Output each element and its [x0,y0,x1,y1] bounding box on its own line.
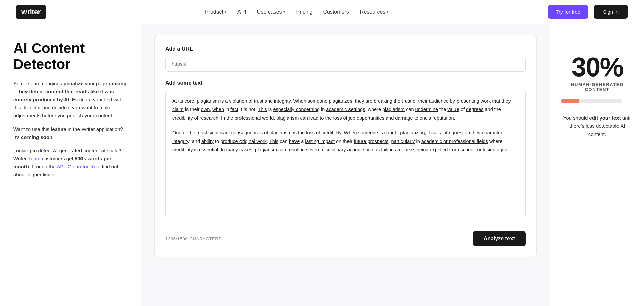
nav-resources[interactable]: Resources ▾ [360,9,389,15]
sign-in-button[interactable]: Sign in [594,5,628,19]
page-title: AI Content Detector [13,40,127,73]
desc-feature: Want to use this feature in the Writer a… [13,125,127,141]
team-link[interactable]: Team [28,156,41,161]
analyze-button[interactable]: Analyze text [473,231,526,246]
api-link[interactable]: API [57,164,65,169]
nav-api[interactable]: API [237,9,246,15]
text-content-para2: One of the most significant consequences… [172,129,519,154]
char-count: 1386/1500 characters [165,236,222,241]
text-label: Add some text [165,80,526,86]
right-panel: 30% HUMAN-GENERATED CONTENT You should e… [550,24,644,306]
try-free-button[interactable]: Try for free [548,5,588,19]
progress-bar [561,99,622,103]
center-panel: Add a URL Add some text At its core, pla… [141,24,550,306]
bottom-bar: 1386/1500 characters Analyze text [155,224,536,257]
left-panel: AI Content Detector Some search engines … [0,24,141,306]
text-area[interactable]: At its core, plagiarism is a violation o… [165,90,526,217]
get-in-touch-link[interactable]: Get in touch [68,164,95,169]
nav-customers[interactable]: Customers [323,9,349,15]
nav-links: Product ▾ API Use cases ▾ Pricing Custom… [205,9,389,15]
tool-card: Add a URL Add some text At its core, pla… [154,35,537,257]
navbar: writer Product ▾ API Use cases ▾ Pricing… [0,0,644,24]
percent-display: 30% [561,54,633,81]
url-input[interactable] [165,56,526,72]
text-section: Add some text At its core, plagiarism is… [165,80,526,217]
percent-label: HUMAN-GENERATED CONTENT [561,82,633,92]
desc-penalize: Some search engines penalize your page r… [13,80,127,120]
nav-product[interactable]: Product ▾ [205,9,227,15]
chevron-down-icon: ▾ [225,10,227,14]
progress-bar-fill [561,99,579,103]
url-section: Add a URL [165,46,526,72]
desc-scale: Looking to detect AI-generated content a… [13,147,127,179]
right-description: You should edit your text until there's … [561,114,633,138]
text-content-para1: At its core, plagiarism is a violation o… [172,97,519,122]
nav-use-cases[interactable]: Use cases ▾ [257,9,285,15]
page-layout: AI Content Detector Some search engines … [0,24,644,306]
logo[interactable]: writer [16,5,46,19]
stats-section: 30% HUMAN-GENERATED CONTENT You should e… [561,54,633,138]
chevron-down-icon: ▾ [283,10,285,14]
nav-pricing[interactable]: Pricing [296,9,313,15]
chevron-down-icon: ▾ [387,10,389,14]
url-label: Add a URL [165,46,526,52]
nav-actions: Try for free Sign in [548,5,628,19]
